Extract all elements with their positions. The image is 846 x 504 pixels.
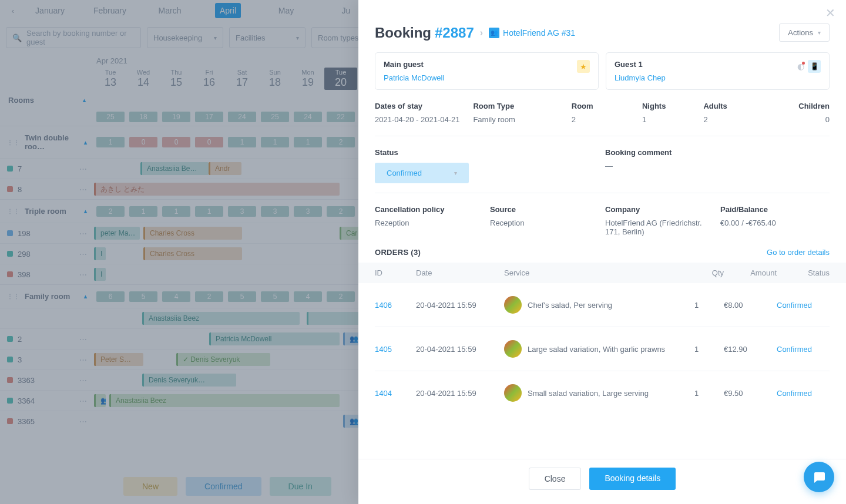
nights-value: 1 (642, 115, 697, 124)
cancel-value: Rezeption (375, 219, 484, 227)
booking-panel: ✕ Booking #2887 › 👥 HotelFriend AG #31 A… (358, 0, 846, 504)
order-date: 20-04-2021 15:59 (416, 345, 504, 354)
company-value: HotelFriend AG (Friedrichstr. 171, Berli… (605, 219, 714, 236)
order-row: 1406 20-04-2021 15:59 Chef's salad, Per … (375, 283, 830, 327)
booking-details-button[interactable]: Booking details (589, 468, 676, 490)
order-date: 20-04-2021 15:59 (416, 301, 504, 310)
order-qty: 1 (694, 345, 724, 354)
hotel-link[interactable]: HotelFriend AG #31 (503, 28, 575, 38)
guest1-label: Guest 1 (615, 60, 666, 69)
caret-down-icon: ▾ (818, 29, 821, 36)
order-row: 1405 20-04-2021 15:59 Large salad variat… (375, 327, 830, 371)
chevron-down-icon: ▾ (454, 170, 457, 176)
order-qty: 1 (694, 301, 724, 310)
room-value: 2 (572, 115, 636, 124)
panel-title: Booking #2887 › 👥 HotelFriend AG #31 (375, 25, 575, 41)
booking-number[interactable]: #2887 (435, 25, 474, 41)
chevron-right-icon: › (480, 28, 483, 38)
order-date: 20-04-2021 15:59 (416, 389, 504, 398)
order-amount: €9.50 (724, 389, 777, 398)
notification-icon[interactable]: ◐ (797, 62, 804, 71)
guest1-link[interactable]: Liudmyla Chep (615, 73, 666, 82)
guest1-card: Guest 1 Liudmyla Chep ◐ 📱 (606, 52, 830, 90)
order-id-link[interactable]: 1405 (375, 345, 416, 354)
hotel-badge-icon: 👥 (489, 28, 499, 38)
status-dropdown[interactable]: Confirmed ▾ (375, 163, 469, 183)
main-guest-card: Main guest Patricia McDowell ★ (375, 52, 599, 90)
roomtype-value: Family room (473, 115, 565, 124)
order-status: Confirmed (777, 345, 830, 354)
order-amount: €8.00 (724, 301, 777, 310)
order-status: Confirmed (777, 389, 830, 398)
main-guest-label: Main guest (384, 60, 444, 69)
comment-value: — (605, 162, 830, 170)
star-icon: ★ (577, 60, 590, 73)
actions-dropdown[interactable]: Actions ▾ (779, 23, 830, 42)
main-guest-link[interactable]: Patricia McDowell (384, 73, 444, 82)
orders-table-head: ID Date Service Qty Amount Status (358, 263, 846, 283)
children-value: 0 (765, 115, 830, 124)
dates-value: 2021-04-20 - 2021-04-21 (375, 115, 467, 124)
close-button[interactable]: Close (529, 468, 582, 490)
order-amount: €12.90 (724, 345, 777, 354)
service-thumb-icon (504, 384, 522, 402)
orders-link[interactable]: Go to order details (767, 248, 830, 257)
balance-value: €0.00 / -€765.40 (720, 219, 830, 227)
orders-heading: ORDERS (3) (375, 248, 421, 257)
close-icon[interactable]: ✕ (825, 6, 835, 20)
order-status: Confirmed (777, 301, 830, 310)
chat-fab[interactable] (804, 462, 834, 492)
order-row: 1404 20-04-2021 15:59 Small salad variat… (375, 371, 830, 415)
service-thumb-icon (504, 340, 522, 358)
order-service: Large salad variation, With garlic prawn… (504, 340, 694, 358)
order-qty: 1 (694, 389, 724, 398)
mobile-icon[interactable]: 📱 (808, 60, 821, 73)
source-value: Reception (490, 219, 599, 227)
order-id-link[interactable]: 1406 (375, 301, 416, 310)
modal-scrim[interactable] (0, 0, 358, 504)
order-service: Small salad variation, Large serving (504, 384, 694, 402)
order-service: Chef's salad, Per serving (504, 296, 694, 314)
adults-value: 2 (703, 115, 758, 124)
order-id-link[interactable]: 1404 (375, 389, 416, 398)
service-thumb-icon (504, 296, 522, 314)
